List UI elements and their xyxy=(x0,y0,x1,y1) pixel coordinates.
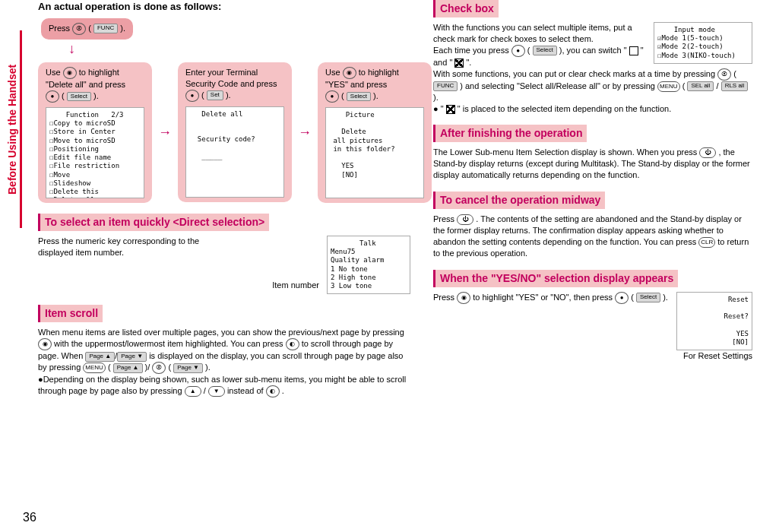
t: The Lower Sub-menu Item Selection displa… xyxy=(433,147,699,157)
t: "YES" and press xyxy=(325,80,387,89)
t: Press xyxy=(433,293,457,302)
page-down-chip: Page ▼ xyxy=(173,363,203,373)
page-up-chip: Page ▲ xyxy=(113,363,143,373)
t: Press the numeric key corresponding to t… xyxy=(38,236,199,245)
after-body: The Lower Sub-menu Item Selection displa… xyxy=(433,147,752,181)
direct-screen: Talk Menu75 Quality alarm 1 No tone 2 Hi… xyxy=(327,236,410,295)
step1-screen: Function 2/3 ☐Copy to microSD ☐Store in … xyxy=(46,107,144,198)
checkbox-screen: Input mode ☑Mode 1(5-touch) ☑Mode 2(2-to… xyxy=(654,22,752,64)
page-down-chip: Page ▼ xyxy=(117,352,147,362)
t: ). xyxy=(205,363,211,372)
center-key-icon: ● xyxy=(511,45,525,57)
t: with the uppermost/lowermost item highli… xyxy=(54,339,286,348)
center-key-icon: ● xyxy=(185,90,199,102)
t: )/ xyxy=(145,363,150,372)
t: ( xyxy=(341,91,344,100)
checkbox-empty-icon xyxy=(629,46,638,55)
t: ( xyxy=(631,293,634,302)
rls-all-chip: RLS all xyxy=(721,81,749,91)
t: Security Code and press xyxy=(185,79,277,88)
direct-selection-title: To select an item quickly <Direct select… xyxy=(38,214,269,231)
navpad-icon: ◉ xyxy=(38,338,52,350)
t: ( xyxy=(201,90,204,100)
t: ● " xyxy=(433,104,444,113)
select-chip: Select xyxy=(347,92,371,102)
t: ( xyxy=(62,91,65,100)
page-up-chip: Page ▲ xyxy=(85,352,115,362)
t: Each time you press xyxy=(433,46,511,55)
t: / xyxy=(204,386,206,395)
step2-screen: Delete all Security code? _____ xyxy=(185,106,284,198)
t: ( xyxy=(108,363,111,372)
t: With the functions you can select multip… xyxy=(433,23,632,43)
sel-all-chip: SEL all xyxy=(687,81,714,91)
up-key-icon: ▲ xyxy=(185,386,201,397)
t: Use xyxy=(325,68,343,77)
steps-row: Use ◉ to highlight "Delete all" and pres… xyxy=(38,62,410,203)
checkbox-title: Check box xyxy=(433,0,499,17)
t: ) and selecting "Select all/Release all"… xyxy=(460,81,657,90)
side-tab: Before Using the Handset xyxy=(5,30,22,228)
t: ( xyxy=(168,363,171,372)
ir-key-icon: ⦿ xyxy=(152,362,166,374)
center-key-icon: ● xyxy=(46,90,59,103)
step1-box: Use ◉ to highlight "Delete all" and pres… xyxy=(38,62,152,203)
ir-key-icon: ⦿ xyxy=(72,23,86,35)
select-chip: Select xyxy=(67,92,91,102)
arrow-right-icon: → xyxy=(298,123,312,141)
checkbox-checked-icon xyxy=(454,59,464,68)
center-key-icon: ● xyxy=(615,292,629,304)
t: to highlight "YES" or "NO", then press xyxy=(473,293,615,302)
t: ). xyxy=(226,90,231,100)
clr-key-icon: CLR xyxy=(698,237,715,248)
page-number: 36 xyxy=(23,509,36,526)
center-key-icon: ● xyxy=(325,90,339,103)
t: ( xyxy=(682,81,686,90)
t: displayed item number. xyxy=(38,248,124,257)
t: With some functions, you can put or clea… xyxy=(433,69,717,78)
select-chip: Select xyxy=(533,46,557,55)
right-column: Check box Input mode ☑Mode 1(5-touch) ☑M… xyxy=(433,0,752,362)
t: instead of xyxy=(227,386,266,395)
end-key-icon: ⏻ xyxy=(699,147,716,158)
func-chip: FUNC xyxy=(93,24,118,33)
t: ). xyxy=(93,91,99,100)
t: "Delete all" and press xyxy=(46,80,125,89)
set-chip: Set xyxy=(207,90,223,100)
t: ( xyxy=(733,69,736,78)
step3-box: Use ◉ to highlight "YES" and press ● ( S… xyxy=(318,62,432,203)
arrow-down-icon: ↓ xyxy=(38,40,410,58)
yesno-title: When the "YES/NO" selection display appe… xyxy=(433,270,678,287)
checkbox-checked-icon xyxy=(446,105,455,114)
end-key-icon: ⏻ xyxy=(457,214,473,225)
item-scroll-body: When menu items are listed over multiple… xyxy=(38,327,410,397)
t: When menu items are listed over multiple… xyxy=(38,328,404,337)
t: . The contents of the setting are abando… xyxy=(433,214,742,246)
t: ). xyxy=(373,91,378,100)
left-right-key-icon: ◐ xyxy=(266,385,280,397)
t: ". xyxy=(466,58,471,67)
item-scroll-title: Item scroll xyxy=(38,305,103,322)
navpad-icon: ◉ xyxy=(457,292,470,304)
after-title: After finishing the operation xyxy=(433,125,587,142)
yesno-screen: Reset Reset? YES [NO] xyxy=(676,292,752,351)
step0-text-b: ( xyxy=(88,24,91,33)
down-key-icon: ▼ xyxy=(208,386,225,397)
cancel-body: Press ⏻ . The contents of the setting ar… xyxy=(433,214,752,259)
step0-box: Press ⦿ ( FUNC ). xyxy=(41,18,133,40)
menu-key-icon: MENU xyxy=(657,81,680,92)
t: Press xyxy=(433,214,457,223)
step3-screen: Picture Delete all pictures in this fold… xyxy=(325,107,424,198)
t: Use xyxy=(46,68,63,77)
t: ). xyxy=(663,293,668,302)
t: / xyxy=(717,81,719,90)
t: to highlight xyxy=(359,68,399,77)
t: to highlight xyxy=(79,68,119,77)
step0-text-c: ). xyxy=(120,24,125,33)
left-right-key-icon: ◐ xyxy=(286,338,299,350)
func-chip: FUNC xyxy=(433,81,458,91)
navpad-icon: ◉ xyxy=(63,67,77,79)
menu-key-icon: MENU xyxy=(83,363,106,373)
select-chip: Select xyxy=(636,293,660,302)
step0-text-a: Press xyxy=(49,24,72,33)
